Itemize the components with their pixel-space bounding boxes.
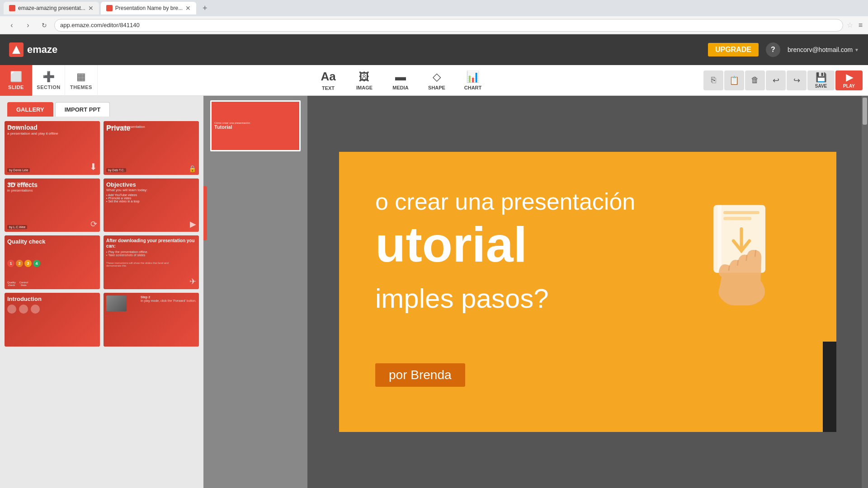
tab-label-1: emaze-amazing presentat... xyxy=(18,5,85,11)
svg-rect-3 xyxy=(723,211,759,214)
text-tool[interactable]: Aa TEXT xyxy=(312,65,344,96)
list-item[interactable]: After downloading your presentation you … xyxy=(104,235,199,289)
delete-button[interactable]: 🗑 xyxy=(745,70,765,90)
svg-marker-0 xyxy=(12,46,20,54)
list-item[interactable]: Quality check 1 2 3 4 Qualitycheck Contr… xyxy=(5,235,100,289)
themes-tool[interactable]: ▦ THEMES xyxy=(65,65,98,96)
user-dropdown-icon[interactable]: ▼ xyxy=(854,47,859,52)
logo-text: emaze xyxy=(27,44,57,56)
mini-slide-1[interactable]: Cómo crear una presentación Tutorial xyxy=(210,100,301,151)
media-tool[interactable]: ▬ MEDIA xyxy=(384,65,417,96)
slide-tool[interactable]: ⬜ SLIDE xyxy=(0,65,33,96)
tab-favicon-2 xyxy=(106,5,113,11)
play-button[interactable]: ▶ PLAY xyxy=(835,70,863,90)
presentation-title-line1: o crear una presentación xyxy=(375,188,635,215)
play-icon: ▶ xyxy=(846,72,853,83)
themes-icon: ▦ xyxy=(76,71,86,83)
author-badge: por Brenda xyxy=(375,363,465,387)
bookmark-icon[interactable]: ☆ xyxy=(847,21,853,29)
forward-button[interactable]: › xyxy=(22,19,34,32)
tab-close-1[interactable]: ✕ xyxy=(88,5,94,12)
tab-close-2[interactable]: ✕ xyxy=(185,5,191,12)
redo-button[interactable]: ↪ xyxy=(787,70,807,90)
image-tool[interactable]: 🖼 IMAGE xyxy=(348,65,381,96)
presentation-slide: o crear una presentación utorial imples … xyxy=(339,152,836,432)
save-label: SAVE xyxy=(815,84,827,89)
sidebar-panel: GALLERY IMPORT PPT How to Download a pre… xyxy=(0,96,203,488)
refresh-button[interactable]: ↻ xyxy=(38,19,51,32)
section-label: SECTION xyxy=(37,84,60,90)
list-item[interactable]: HOW TO USE 3D effects in presentations b… xyxy=(5,178,100,232)
list-item[interactable]: Step 2 In play mode, click the 'Forward'… xyxy=(104,293,199,347)
shape-tool[interactable]: ◇ SHAPE xyxy=(420,65,453,96)
chart-tool[interactable]: 📊 CHART xyxy=(457,65,489,96)
image-icon: 🖼 xyxy=(359,70,370,83)
undo-button[interactable]: ↩ xyxy=(766,70,786,90)
canvas-main: o crear una presentación utorial imples … xyxy=(307,96,868,488)
gallery-tab[interactable]: GALLERY xyxy=(7,102,53,117)
themes-label: THEMES xyxy=(70,84,92,90)
canvas-area: Cómo crear una presentación Tutorial o c… xyxy=(203,96,868,488)
emaze-logo: emaze xyxy=(9,42,57,57)
shape-label: SHAPE xyxy=(428,85,445,90)
image-label: IMAGE xyxy=(356,85,373,90)
list-item[interactable]: Introduction xyxy=(5,293,100,347)
new-tab-button[interactable]: + xyxy=(198,2,212,14)
tab-1[interactable]: emaze-amazing presentat... ✕ xyxy=(4,2,99,14)
scrollbar-thumb[interactable] xyxy=(863,98,867,125)
text-icon: Aa xyxy=(321,70,335,84)
upgrade-button[interactable]: UPGRADE xyxy=(708,43,759,56)
user-info: brencorv@hotmail.com ▼ xyxy=(788,46,859,53)
presentation-title-line3: imples pasos? xyxy=(375,283,549,314)
svg-rect-4 xyxy=(723,217,751,220)
import-ppt-tab[interactable]: IMPORT PPT xyxy=(55,102,110,117)
media-icon: ▬ xyxy=(395,70,406,83)
url-bar[interactable] xyxy=(54,19,843,32)
tab-label-2: Presentation Name by bre... xyxy=(115,5,183,11)
play-label: PLAY xyxy=(843,84,855,89)
tab-2[interactable]: Presentation Name by bre... ✕ xyxy=(101,2,196,14)
slide-label: SLIDE xyxy=(8,84,24,90)
presentation-title-line2: utorial xyxy=(375,220,527,269)
side-accent xyxy=(203,186,207,240)
browser-titlebar: emaze-amazing presentat... ✕ Presentatio… xyxy=(0,0,868,16)
save-button[interactable]: 💾 SAVE xyxy=(807,70,835,90)
list-item[interactable]: How to Download a presentation and play … xyxy=(5,121,100,175)
logo-icon xyxy=(9,42,24,57)
paste-button[interactable]: 📋 xyxy=(724,70,744,90)
back-button[interactable]: ‹ xyxy=(5,19,18,32)
copy-button[interactable]: ⎘ xyxy=(703,70,723,90)
slides-strip: Cómo crear una presentación Tutorial xyxy=(203,96,307,488)
help-button[interactable]: ? xyxy=(766,42,780,57)
canvas-scrollbar[interactable] xyxy=(862,96,868,488)
text-label: TEXT xyxy=(322,85,335,91)
user-email: brencorv@hotmail.com xyxy=(788,46,853,53)
save-icon: 💾 xyxy=(816,72,827,83)
section-tool[interactable]: ➕ SECTION xyxy=(33,65,65,96)
tab-favicon-1 xyxy=(9,5,15,11)
chart-label: CHART xyxy=(464,85,482,90)
presentation-icon xyxy=(683,197,800,334)
media-label: MEDIA xyxy=(392,85,408,90)
svg-rect-2 xyxy=(717,205,722,273)
section-icon: ➕ xyxy=(42,71,55,83)
app-header: emaze UPGRADE ? brencorv@hotmail.com ▼ xyxy=(0,34,868,65)
chart-icon: 📊 xyxy=(466,70,480,83)
list-item[interactable]: Make your presentation Private by Deb T.… xyxy=(104,121,199,175)
list-item[interactable]: Objectives What you will learn today: • … xyxy=(104,178,199,232)
toolbar: ⬜ SLIDE ➕ SECTION ▦ THEMES Aa TEXT 🖼 IMA… xyxy=(0,65,868,96)
shape-icon: ◇ xyxy=(433,70,441,83)
slide-icon: ⬜ xyxy=(10,71,22,83)
browser-controls: ‹ › ↻ ☆ ≡ xyxy=(0,16,868,34)
slides-gallery: How to Download a presentation and play … xyxy=(0,117,203,488)
menu-icon[interactable]: ≡ xyxy=(859,21,863,29)
